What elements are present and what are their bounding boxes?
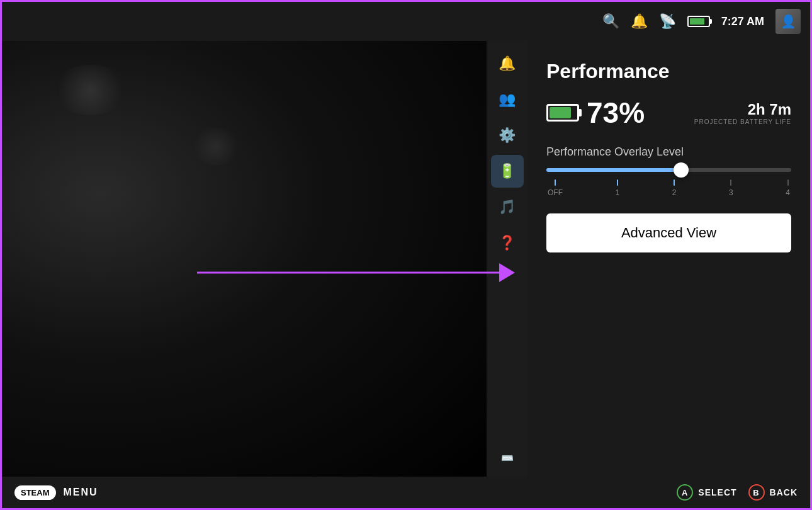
select-label: SELECT — [698, 487, 736, 497]
avatar[interactable]: 👤 — [775, 9, 801, 34]
battery-large: 73% — [546, 96, 645, 130]
sidebar-item-settings[interactable]: ⚙️ — [491, 119, 524, 152]
perf-panel-title: Performance — [546, 60, 791, 83]
tick-label-2: 2 — [672, 188, 677, 197]
back-button[interactable]: B BACK — [748, 484, 798, 501]
sidebar-item-notifications[interactable]: 🔔 — [491, 47, 524, 80]
tick-4: 4 — [786, 179, 790, 197]
game-background — [2, 2, 487, 480]
tick-label-4: 4 — [786, 188, 790, 197]
tick-line-1 — [617, 179, 618, 186]
steam-badge[interactable]: STEAM — [14, 485, 56, 500]
bottom-right: A SELECT B BACK — [677, 484, 798, 501]
battery-time-section: 2h 7m PROJECTED BATTERY LIFE — [694, 101, 791, 125]
sidebar-item-music[interactable]: 🎵 — [491, 191, 524, 224]
tick-line-3 — [730, 179, 731, 186]
menu-label: MENU — [64, 487, 98, 498]
status-bar: 🔍 🔔 📡 7:27 AM 👤 — [2, 2, 810, 41]
slider-thumb[interactable] — [674, 162, 689, 178]
tick-2: 2 — [672, 179, 677, 197]
slider-ticks: OFF 1 2 3 4 — [546, 179, 791, 197]
notification-icon[interactable]: 🔔 — [631, 13, 648, 30]
cast-icon[interactable]: 📡 — [659, 13, 676, 30]
slider-track — [546, 168, 791, 172]
tick-line-4 — [787, 179, 789, 186]
btn-b-circle: B — [748, 484, 765, 501]
music-sidebar-icon: 🎵 — [499, 199, 516, 215]
tick-1: 1 — [616, 179, 620, 197]
sidebar: 🔔 👥 ⚙️ 🔋 🎵 ❓ ⌨️ — [487, 41, 527, 480]
btn-a-circle: A — [677, 484, 693, 501]
advanced-view-button[interactable]: Advanced View — [546, 213, 791, 252]
friends-sidebar-icon: 👥 — [499, 91, 516, 108]
battery-time: 2h 7m — [694, 101, 791, 118]
battery-large-icon — [546, 104, 579, 122]
select-button[interactable]: A SELECT — [677, 484, 736, 501]
slider-fill — [546, 168, 681, 172]
bottom-bar: STEAM MENU A SELECT B BACK — [2, 477, 810, 508]
battery-percent: 73% — [587, 96, 645, 130]
bottom-left: STEAM MENU — [14, 485, 98, 500]
back-label: BACK — [770, 487, 798, 497]
tick-label-off: OFF — [548, 188, 563, 197]
settings-sidebar-icon: ⚙️ — [499, 127, 516, 144]
battery-large-fill — [550, 107, 571, 118]
tick-line-2 — [674, 179, 675, 186]
sidebar-item-keyboard[interactable]: ⌨️ — [491, 441, 524, 474]
sidebar-item-friends[interactable]: 👥 — [491, 83, 524, 116]
help-sidebar-icon: ❓ — [499, 235, 516, 251]
battery-projected-label: PROJECTED BATTERY LIFE — [694, 118, 791, 125]
status-time: 7:27 AM — [721, 15, 764, 28]
sidebar-item-performance[interactable]: 🔋 — [491, 155, 524, 188]
battery-section: 73% 2h 7m PROJECTED BATTERY LIFE — [546, 96, 791, 130]
battery-body — [687, 16, 710, 27]
notification-sidebar-icon: 🔔 — [499, 55, 516, 72]
overlay-level-label: Performance Overlay Level — [546, 145, 791, 159]
overlay-slider[interactable]: OFF 1 2 3 4 — [546, 168, 791, 197]
tick-label-3: 3 — [729, 188, 733, 197]
sidebar-item-help[interactable]: ❓ — [491, 227, 524, 259]
keyboard-sidebar-icon: ⌨️ — [501, 452, 514, 464]
tick-3: 3 — [729, 179, 733, 197]
tick-off: OFF — [548, 179, 563, 197]
performance-sidebar-icon: 🔋 — [499, 163, 516, 179]
search-icon[interactable]: 🔍 — [602, 13, 619, 30]
battery-fill — [690, 18, 705, 25]
tick-line-off — [555, 179, 556, 186]
performance-panel: Performance 73% 2h 7m PROJECTED BATTERY … — [527, 41, 810, 480]
tick-label-1: 1 — [616, 188, 620, 197]
battery-status — [687, 16, 710, 27]
